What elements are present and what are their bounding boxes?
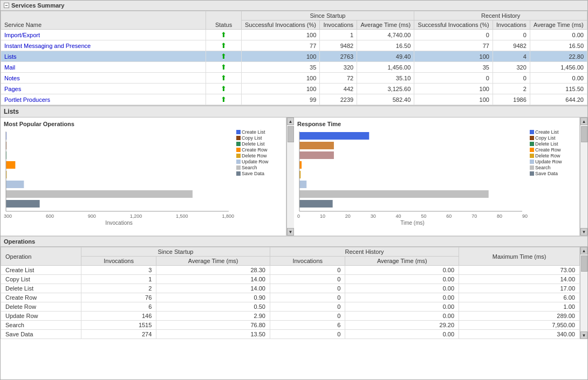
svg-rect-17 (299, 200, 333, 208)
legend-color-box (236, 171, 241, 176)
legend-item: Delete List (236, 141, 283, 147)
response-time-scrollbar[interactable]: ▲ ▼ (580, 118, 587, 236)
ops-scroll-thumb[interactable] (581, 255, 587, 272)
ops-scroll-down[interactable]: ▼ (580, 331, 587, 339)
ops-col-max: Maximum Time (ms) (459, 247, 580, 266)
rh-success-cell: 35 (414, 62, 493, 73)
table-row[interactable]: Lists ⬆ 100 2763 49.40 100 4 22.80 (1, 51, 587, 62)
op-ss-avg: 76.80 (156, 321, 270, 330)
table-row: Delete List 2 14.00 0 0.00 17.00 (1, 284, 580, 293)
legend-color-box (236, 142, 241, 146)
ops-scrollbar[interactable]: ▲ ▼ (580, 247, 587, 339)
rh-inv-cell: 0 (493, 30, 530, 40)
status-up-icon: ⬆ (221, 85, 227, 93)
status-cell: ⬆ (206, 30, 241, 40)
ops-col-rh-inv: Invocations (270, 257, 345, 266)
ops-title: Operations (4, 238, 35, 245)
ops-table: Operation Since Startup Recent History M… (1, 247, 580, 339)
ops-header: Operations (1, 237, 587, 247)
op-name-cell: Update Row (1, 312, 81, 321)
op-ss-avg: 2.90 (156, 312, 270, 321)
scroll-up-btn[interactable]: ▲ (287, 118, 294, 125)
popular-ops-x-labels: 3006009001,2001,5001,800 (4, 213, 234, 219)
op-ss-inv: 1 (81, 275, 156, 284)
legend-color-box (530, 148, 534, 152)
legend-color-box (236, 165, 241, 170)
col-rh-avg: Average Time (ms) (530, 20, 587, 30)
legend-item: Copy List (236, 135, 283, 141)
rh-avg-cell: 115.50 (530, 84, 587, 94)
service-name-cell[interactable]: Instant Messaging and Presence (1, 40, 206, 51)
op-rh-avg: 0.00 (345, 266, 459, 275)
ops-col-since-startup: Since Startup (81, 247, 270, 257)
table-row[interactable]: Portlet Producers ⬆ 99 2239 582.40 100 1… (1, 94, 587, 105)
scroll-thumb-r[interactable] (581, 126, 587, 142)
ss-inv-cell: 9482 (320, 40, 357, 51)
charts-area: Most Popular Operations 3006009001,2001,… (1, 118, 587, 236)
rh-success-cell: 100 (414, 94, 493, 105)
status-cell: ⬆ (206, 51, 241, 62)
legend-item: Search (530, 165, 576, 170)
scroll-thumb[interactable] (288, 126, 294, 142)
scroll-down-btn[interactable]: ▼ (287, 228, 294, 236)
service-name-cell[interactable]: Mail (1, 62, 206, 73)
legend-label: Delete Row (242, 153, 267, 158)
ops-scroll-up[interactable]: ▲ (580, 247, 587, 254)
legend-label: Delete Row (535, 153, 560, 158)
table-row[interactable]: Import/Export ⬆ 100 1 4,740.00 0 0 0.00 (1, 30, 587, 40)
collapse-icon[interactable]: − (4, 3, 9, 8)
legend-label: Create Row (535, 147, 561, 153)
rh-avg-cell: 0.00 (530, 30, 587, 40)
legend-label: Copy List (242, 135, 262, 141)
op-ss-avg: 28.30 (156, 266, 270, 275)
rh-inv-cell: 2 (493, 84, 530, 94)
op-ss-inv: 76 (81, 293, 156, 302)
rh-avg-cell: 644.20 (530, 94, 587, 105)
ss-success-cell: 100 (241, 30, 320, 40)
legend-color-box (530, 154, 534, 158)
ops-scroll-track (580, 254, 587, 331)
response-time-chart: 0102030405060708090 Time (ms) Create Lis… (297, 129, 576, 221)
scroll-down-btn-r[interactable]: ▼ (580, 228, 587, 236)
ss-success-cell: 99 (241, 94, 320, 105)
response-time-x-title: Time (ms) (297, 220, 528, 226)
op-rh-inv: 6 (270, 321, 345, 330)
ss-inv-cell: 72 (320, 73, 357, 84)
table-row[interactable]: Mail ⬆ 35 320 1,456.00 35 320 1,456.00 (1, 62, 587, 73)
table-row[interactable]: Notes ⬆ 100 72 35.10 0 0 0.00 (1, 73, 587, 84)
rh-inv-cell: 320 (493, 62, 530, 73)
response-time-panel: Response Time 0102030405060708090 Time (… (294, 118, 580, 236)
op-max: 1.00 (459, 302, 580, 312)
services-table: Service Name Status Since Startup Recent… (1, 11, 587, 105)
op-ss-inv: 146 (81, 312, 156, 321)
operations-section: Operations Operation Since Startup Recen… (1, 236, 587, 339)
legend-label: Save Data (535, 171, 558, 176)
service-name-cell[interactable]: Import/Export (1, 30, 206, 40)
op-max: 340.00 (459, 330, 580, 339)
service-name-cell[interactable]: Portlet Producers (1, 94, 206, 105)
ss-inv-cell: 2239 (320, 94, 357, 105)
status-up-icon: ⬆ (221, 63, 227, 71)
col-ss-inv: Invocations (320, 20, 357, 30)
service-name-cell[interactable]: Pages (1, 84, 206, 94)
ss-avg-cell: 1,456.00 (357, 62, 414, 73)
rh-success-cell: 0 (414, 30, 493, 40)
table-row: Update Row 146 2.90 0 0.00 289.00 (1, 312, 580, 321)
svg-rect-12 (299, 151, 334, 159)
status-up-icon: ⬆ (221, 74, 227, 82)
service-name-cell[interactable]: Notes (1, 73, 206, 84)
col-ss-avg: Average Time (ms) (357, 20, 414, 30)
op-rh-inv: 0 (270, 302, 345, 312)
op-rh-inv: 0 (270, 312, 345, 321)
scroll-up-btn-r[interactable]: ▲ (580, 118, 587, 125)
status-up-icon: ⬆ (221, 52, 227, 60)
popular-ops-scrollbar[interactable]: ▲ ▼ (286, 118, 294, 236)
service-name-cell[interactable]: Lists (1, 51, 206, 62)
op-max: 289.00 (459, 312, 580, 321)
popular-ops-panel: Most Popular Operations 3006009001,2001,… (1, 118, 286, 236)
status-cell: ⬆ (206, 62, 241, 73)
op-name-cell: Copy List (1, 275, 81, 284)
table-row[interactable]: Instant Messaging and Presence ⬆ 77 9482… (1, 40, 587, 51)
table-row[interactable]: Pages ⬆ 100 442 3,125.60 100 2 115.50 (1, 84, 587, 94)
response-time-svg (297, 129, 522, 212)
